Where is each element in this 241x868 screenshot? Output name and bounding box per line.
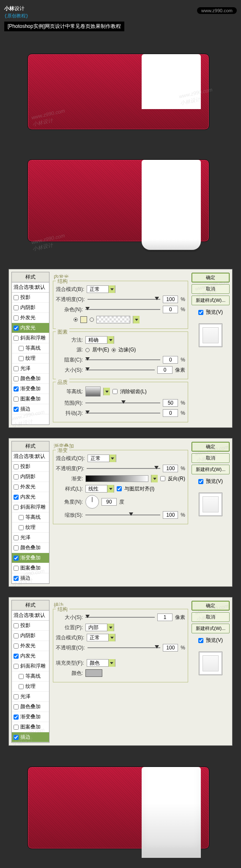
panel-title: 描边: [52, 600, 189, 609]
reverse-checkbox[interactable]: [160, 476, 165, 481]
align-checkbox[interactable]: [117, 486, 122, 491]
contour-picker[interactable]: [85, 386, 101, 397]
chevron-down-icon[interactable]: [109, 455, 116, 462]
gradient-picker[interactable]: [85, 475, 148, 482]
opacity-slider[interactable]: [88, 645, 161, 651]
size-input[interactable]: 1: [157, 613, 173, 621]
size-slider[interactable]: [85, 614, 155, 620]
position-dropdown[interactable]: 内部: [85, 624, 114, 631]
blend-mode-dropdown[interactable]: 正常: [87, 634, 115, 641]
layer-style-dialog-stroke: 样式 混合选项:默认 投影 内阴影 外发光 内发光 斜面和浮雕 等高线 纹理 光…: [8, 597, 233, 746]
gradient-radio[interactable]: [90, 318, 94, 322]
chevron-down-icon[interactable]: [108, 285, 115, 293]
blend-options[interactable]: 混合选项:默认: [12, 282, 49, 293]
preview-stage-1: www.z990.com小林设计 www.z990.com小林设计: [15, 43, 226, 140]
opacity-input[interactable]: 100: [163, 644, 178, 652]
ok-button[interactable]: 确定: [192, 601, 230, 611]
opacity-input[interactable]: 100: [163, 296, 178, 303]
jitter-slider[interactable]: [85, 410, 160, 416]
preview-swatch: [199, 652, 222, 675]
technique-dropdown[interactable]: 精确: [85, 336, 114, 344]
style-contour[interactable]: 等高线: [12, 343, 49, 353]
style-inner-shadow[interactable]: 内阴影: [12, 303, 49, 313]
layer-style-dialog-inner-glow: 样式 混合选项:默认 投影 内阴影 外发光 内发光 斜面和浮雕 等高线 纹理 光…: [8, 269, 233, 428]
new-style-button[interactable]: 新建样式(W)...: [192, 296, 230, 305]
chevron-down-icon[interactable]: [107, 336, 114, 344]
range-slider[interactable]: [85, 400, 160, 406]
chevron-down-icon[interactable]: [108, 659, 115, 667]
logo-main: 小林: [4, 5, 14, 11]
fill-type-dropdown[interactable]: 颜色: [87, 659, 115, 667]
style-satin[interactable]: 光泽: [12, 364, 49, 374]
chevron-down-icon[interactable]: [133, 316, 140, 323]
size-input[interactable]: 0: [157, 366, 173, 374]
preview-stage-3: [15, 756, 226, 862]
style-color-overlay[interactable]: 颜色叠加: [12, 374, 49, 384]
opacity-slider[interactable]: [87, 465, 160, 471]
style-gradient-overlay[interactable]: 渐变叠加: [12, 384, 49, 394]
preview-checkbox[interactable]: [198, 310, 203, 315]
antialias-checkbox[interactable]: [112, 389, 118, 394]
style-dropdown[interactable]: 线性: [85, 485, 114, 493]
noise-slider[interactable]: [85, 307, 160, 312]
angle-dial[interactable]: [85, 495, 99, 509]
panel-title: 渐变叠加: [52, 441, 189, 450]
style-stroke[interactable]: 描边: [12, 404, 49, 414]
choke-input[interactable]: 0: [163, 356, 178, 364]
preview-checkbox[interactable]: [198, 638, 203, 643]
style-drop-shadow[interactable]: 投影: [12, 293, 49, 303]
stroke-color-swatch[interactable]: [85, 669, 102, 677]
color-radio[interactable]: [74, 318, 78, 322]
style-bevel[interactable]: 斜面和浮雕: [12, 333, 49, 343]
angle-input[interactable]: 90: [101, 498, 117, 506]
size-slider[interactable]: [85, 367, 155, 373]
style-inner-glow[interactable]: 内发光: [12, 323, 49, 333]
source-center-radio[interactable]: [85, 348, 90, 352]
new-style-button[interactable]: 新建样式(W)...: [192, 624, 230, 633]
style-pattern-overlay[interactable]: 图案叠加: [12, 394, 49, 404]
choke-slider[interactable]: [85, 357, 160, 363]
preview-stage-2: www.z990.com小林设计: [15, 149, 226, 259]
chevron-down-icon[interactable]: [151, 475, 158, 482]
blend-mode-dropdown[interactable]: 正常: [87, 285, 115, 293]
scale-slider[interactable]: [85, 512, 160, 518]
cancel-button[interactable]: 取消: [192, 284, 230, 294]
url-pill: www.z990.com: [197, 7, 237, 14]
jitter-input[interactable]: 0: [163, 409, 178, 417]
logo-sub: {原创教程}: [4, 13, 28, 19]
scale-input[interactable]: 100: [163, 511, 178, 519]
cancel-button[interactable]: 取消: [192, 453, 230, 463]
opacity-slider[interactable]: [88, 296, 161, 302]
logo-thin: 设计: [14, 5, 25, 11]
range-input[interactable]: 50: [163, 399, 178, 407]
color-swatch[interactable]: [80, 316, 87, 323]
chevron-down-icon[interactable]: [103, 388, 110, 395]
chevron-down-icon[interactable]: [107, 485, 114, 493]
panel-title: 内发光: [52, 272, 189, 281]
preview-swatch: [199, 323, 222, 347]
source-edge-radio[interactable]: [112, 348, 116, 352]
ok-button[interactable]: 确定: [192, 442, 230, 452]
styles-list: 样式 混合选项:默认 投影 内阴影 外发光 内发光 斜面和浮雕 等高线 纹理 光…: [11, 600, 49, 743]
header: 小林设计 {原创教程} www.z990.com: [0, 0, 241, 21]
page-title: [Photoshop实例]网页设计中常见卷页效果制作教程: [4, 22, 124, 31]
preview-checkbox[interactable]: [198, 479, 203, 484]
styles-title: 样式: [12, 272, 49, 282]
layer-style-dialog-gradient-overlay: 样式 混合选项:默认 投影 内阴影 外发光 内发光 斜面和浮雕 等高线 纹理 光…: [8, 438, 233, 587]
opacity-input[interactable]: 100: [163, 465, 178, 472]
cancel-button[interactable]: 取消: [192, 612, 230, 622]
logo: 小林设计 {原创教程}: [4, 2, 28, 19]
style-outer-glow[interactable]: 外发光: [12, 313, 49, 323]
gradient-swatch[interactable]: [96, 316, 130, 323]
preview-swatch: [199, 493, 222, 516]
ok-button[interactable]: 确定: [192, 273, 230, 282]
style-texture[interactable]: 纹理: [12, 353, 49, 364]
blend-mode-dropdown[interactable]: 正常: [88, 455, 116, 462]
new-style-button[interactable]: 新建样式(W)...: [192, 465, 230, 474]
noise-input[interactable]: 0: [163, 306, 178, 313]
styles-list: 样式 混合选项:默认 投影 内阴影 外发光 内发光 斜面和浮雕 等高线 纹理 光…: [11, 441, 49, 584]
styles-list: 样式 混合选项:默认 投影 内阴影 外发光 内发光 斜面和浮雕 等高线 纹理 光…: [11, 272, 49, 425]
chevron-down-icon[interactable]: [107, 624, 114, 631]
chevron-down-icon[interactable]: [108, 634, 115, 641]
